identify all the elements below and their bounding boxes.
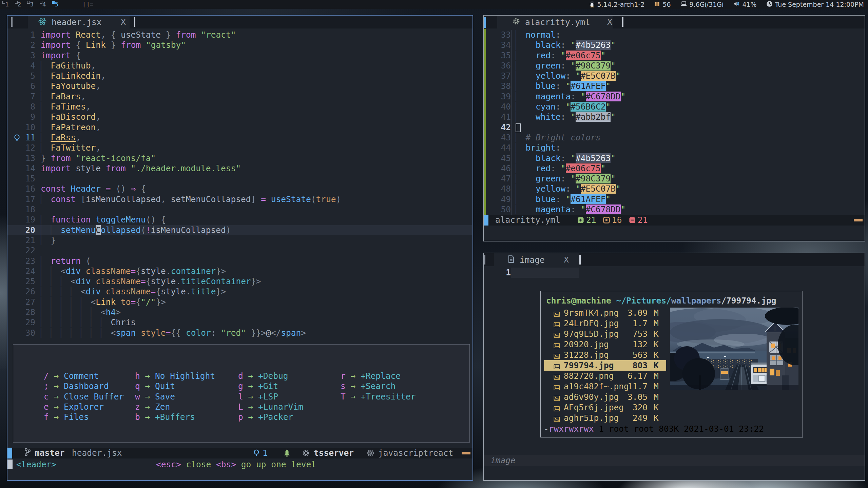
code-line[interactable]: 15 bbox=[7, 174, 472, 184]
git-branch-name[interactable]: master bbox=[35, 448, 65, 458]
whichkey-binding-l[interactable]: l → +LSP bbox=[238, 392, 278, 402]
code-line[interactable]: 33▏ normal: bbox=[484, 30, 864, 40]
tab-header-jsx[interactable]: header.jsx X bbox=[28, 16, 130, 28]
whichkey-binding-d[interactable]: d → +Debug bbox=[238, 371, 288, 381]
code-line[interactable]: 41▏ white: "#abb2bf" bbox=[484, 112, 864, 122]
file-row-ad6v90y.jpg[interactable]: ad6v90y.jpg3.05M bbox=[541, 392, 803, 402]
tab-close-icon[interactable]: X bbox=[607, 18, 613, 26]
code-line[interactable]: 3import { bbox=[7, 51, 472, 61]
file-row-AFq5r6j.jpeg[interactable]: AFq5r6j.jpeg320K bbox=[541, 402, 803, 413]
tab-image[interactable]: image X bbox=[494, 253, 579, 266]
whichkey-binding-L[interactable]: L → +LunarVim bbox=[238, 402, 303, 412]
code-line[interactable]: 40▏ cyan: "#56B6C2" bbox=[484, 102, 864, 112]
line-number: 2 bbox=[12, 40, 41, 50]
code-line[interactable]: 24▏ ▏ <div className={style.container}> bbox=[7, 266, 472, 276]
code-line[interactable]: 5▏ FaLinkedin, bbox=[7, 71, 472, 81]
code-line[interactable]: 22 bbox=[7, 246, 472, 256]
color-chip: #4b5263 bbox=[576, 153, 611, 163]
terminal-window-image[interactable]: image X 1 chris@machine ~/Pictures/wallp… bbox=[483, 253, 865, 481]
code-line[interactable]: 21▏ } bbox=[7, 235, 472, 246]
whichkey-binding-f[interactable]: f → Files bbox=[44, 412, 89, 422]
whichkey-binding-/[interactable]: / → Comment bbox=[44, 371, 99, 381]
whichkey-binding-;[interactable]: ; → Dashboard bbox=[44, 381, 109, 391]
code-line[interactable]: 27▏ ▏ ▏ ▏ ▏ <Link to={"/"}> bbox=[7, 297, 472, 307]
code-line[interactable]: 39▏ magenta: "#C678DD" bbox=[484, 92, 864, 102]
whichkey-binding-q[interactable]: q → Quit bbox=[135, 381, 175, 391]
workspace-5[interactable]: 5 bbox=[55, 0, 58, 9]
code-line[interactable]: 48▏ yellow: "#E5C07B" bbox=[484, 184, 864, 194]
whichkey-binding-b[interactable]: b → +Buffers bbox=[135, 412, 195, 422]
code-line[interactable]: 23▏ return ( bbox=[7, 256, 472, 266]
code-line[interactable]: 50▏ magenta: "#C678DD" bbox=[484, 204, 864, 215]
code-line[interactable]: 47▏ green: "#98C379" bbox=[484, 174, 864, 184]
layout-indicator[interactable]: []= bbox=[82, 0, 94, 8]
code-line[interactable]: 35▏ red: "#e06c75" bbox=[484, 51, 864, 61]
whichkey-binding-z[interactable]: z → Zen bbox=[135, 402, 170, 412]
code-line[interactable]: 42 bbox=[484, 122, 864, 133]
code-line[interactable]: 38▏ blue: "#61AFEF" bbox=[484, 81, 864, 91]
code-line[interactable]: 1import React, { useState } from "react" bbox=[7, 30, 472, 40]
line-number: 38 bbox=[488, 81, 516, 91]
code-line[interactable]: 8▏ FaTimes, bbox=[7, 102, 472, 112]
file-row-aghr5Ip.jpg[interactable]: aghr5Ip.jpg249K bbox=[541, 413, 803, 423]
whichkey-binding-T[interactable]: T → +Treesitter bbox=[341, 392, 416, 402]
code-line[interactable]: 7▏ FaBars, bbox=[7, 92, 472, 102]
code-line[interactable]: 2import { Link } from "gatsby" bbox=[7, 40, 472, 50]
code-line[interactable]: 49▏ blue: "#61AFEF" bbox=[484, 194, 864, 204]
code-line[interactable]: 10▏ FaPatreon, bbox=[7, 122, 472, 133]
whichkey-binding-g[interactable]: g → +Git bbox=[238, 381, 278, 391]
code-line[interactable]: 43▏ # Bright colors bbox=[484, 133, 864, 143]
code-line[interactable]: 1 bbox=[484, 268, 864, 278]
code-line[interactable]: 30▏ ▏ ▏ ▏ ▏ ▏ ▏ <span style={{ color: "r… bbox=[7, 328, 472, 338]
whichkey-binding-s[interactable]: s → +Search bbox=[341, 381, 396, 391]
code-line[interactable]: 4▏ FaGithub, bbox=[7, 61, 472, 71]
code-line[interactable]: 28▏ ▏ ▏ ▏ ▏ ▏ <h4> bbox=[7, 307, 472, 317]
file-manager-panel: chris@machine ~/Pictures/wallpapers/7997… bbox=[540, 291, 803, 437]
whichkey-binding-p[interactable]: p → +Packer bbox=[238, 412, 293, 422]
command-line bbox=[484, 226, 865, 241]
editor-window-header-jsx[interactable]: header.jsx X 1import React, { useState }… bbox=[7, 15, 473, 481]
whichkey-binding-r[interactable]: r → +Replace bbox=[341, 371, 401, 381]
whichkey-binding-w[interactable]: w → Save bbox=[135, 392, 175, 402]
whichkey-binding-h[interactable]: h → No Highlight bbox=[135, 371, 215, 381]
code-text: ▏ green: "#98C379" bbox=[516, 174, 616, 183]
color-chip: #abb2bf bbox=[576, 112, 611, 122]
code-line[interactable]: 12▏ FaTwitter, bbox=[7, 143, 472, 153]
code-line[interactable]: 36▏ green: "#98C379" bbox=[484, 61, 864, 71]
tab-label: header.jsx bbox=[52, 17, 102, 27]
code-line[interactable]: 6▏ FaYoutube, bbox=[7, 81, 472, 91]
whichkey-binding-e[interactable]: e → Explorer bbox=[44, 402, 104, 412]
workspace-4[interactable]: 4 bbox=[42, 0, 46, 9]
code-line[interactable]: 17▏ const [isMenuCollapsed, setMenuColla… bbox=[7, 194, 472, 204]
workspace-3[interactable]: 3 bbox=[30, 0, 34, 9]
code-line[interactable]: 37▏ yellow: "#E5C07B" bbox=[484, 71, 864, 81]
code-line[interactable]: 20▏ ▏ setMenuCollapsed(!isMenuCollapsed) bbox=[7, 225, 472, 235]
code-text: ▏ blue: "#61AFEF" bbox=[516, 194, 611, 204]
file-size-unit: K bbox=[654, 350, 659, 360]
code-line[interactable]: 44▏ bright: bbox=[484, 143, 864, 153]
code-line[interactable]: 13} from "react-icons/fa" bbox=[7, 153, 472, 163]
line-number: 1 bbox=[12, 30, 41, 40]
code-line[interactable]: 29▏ ▏ ▏ ▏ ▏ ▏ ▏ Chris bbox=[7, 317, 472, 328]
code-line[interactable]: 46▏ red: "#e06c75" bbox=[484, 163, 864, 174]
editor-window-alacritty-yml[interactable]: alacritty.yml X 33▏ normal:34▏ black: "#… bbox=[483, 15, 865, 241]
workspace-2[interactable]: 2 bbox=[18, 0, 21, 9]
tab-close-icon[interactable]: X bbox=[564, 255, 569, 264]
code-line[interactable]: 25▏ ▏ ▏ <div className={style.titleConta… bbox=[7, 276, 472, 287]
code-line[interactable]: 19▏ function toggleMenu() { bbox=[7, 215, 472, 225]
tab-alacritty-yml[interactable]: alacritty.yml X bbox=[497, 16, 613, 28]
code-line[interactable]: 16const Header = () ⇒ { bbox=[7, 184, 472, 194]
code-line[interactable]: 18 bbox=[7, 204, 472, 215]
code-line[interactable]: 34▏ black: "#4b5263" bbox=[484, 40, 864, 50]
code-line[interactable]: 11▏ FaRss, bbox=[7, 133, 472, 143]
code-line[interactable]: 14import style from "./header.module.les… bbox=[7, 163, 472, 174]
tab-close-icon[interactable]: X bbox=[121, 18, 126, 26]
workspace-1[interactable]: 1 bbox=[5, 0, 9, 9]
code-line[interactable]: 45▏ black: "#4b5263" bbox=[484, 153, 864, 163]
code-buffer: 1import React, { useState } from "react"… bbox=[7, 29, 472, 338]
code-line[interactable]: 9▏ FaDiscord, bbox=[7, 112, 472, 122]
line-number: 45 bbox=[488, 153, 516, 163]
whichkey-hint: <esc> close <bs> go up one level bbox=[156, 459, 316, 470]
whichkey-binding-c[interactable]: c → Close Buffer bbox=[44, 392, 124, 402]
code-line[interactable]: 26▏ ▏ ▏ ▏ <div className={style.title}> bbox=[7, 287, 472, 297]
